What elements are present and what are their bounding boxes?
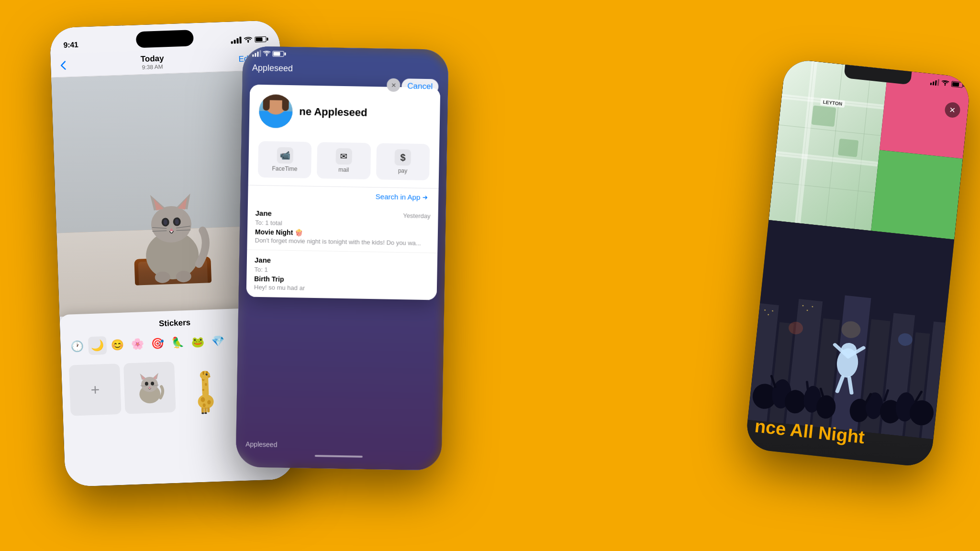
- signal-bars-icon: [231, 37, 241, 44]
- svg-line-52: [773, 182, 875, 192]
- appleseed-bottom-label: Appleseed: [245, 441, 277, 449]
- wifi-icon: [244, 36, 252, 43]
- svg-rect-33: [202, 371, 204, 375]
- facetime-action-button[interactable]: 📹 FaceTime: [258, 141, 312, 178]
- contact-card: ne Appleseed 📹 FaceTime ✉ mail $ pay: [246, 85, 441, 300]
- mail-item-1-header: Jane Yesterday: [255, 209, 430, 220]
- cat-sticker-icon: [133, 371, 167, 405]
- svg-rect-59: [812, 105, 836, 127]
- phone-2-icons: [252, 50, 284, 57]
- search-in-app-text: Search in App: [376, 192, 429, 201]
- collage-map: LEYTON: [768, 58, 888, 231]
- contact-label-top: Appleseed: [252, 63, 293, 74]
- svg-line-50: [779, 125, 880, 135]
- mail-date-1: Yesterday: [403, 212, 431, 220]
- back-button[interactable]: [60, 60, 67, 70]
- mail-label: mail: [338, 166, 349, 173]
- mail-action-icon: ✉: [335, 148, 352, 165]
- phone-2-screen: Appleseed Cancel ✕: [235, 46, 448, 470]
- svg-rect-44: [207, 407, 210, 412]
- sticker-add-button[interactable]: +: [69, 364, 122, 416]
- mail-item-1[interactable]: Jane Yesterday To: 1 total Movie Night 🍿…: [247, 203, 438, 253]
- facetime-label: FaceTime: [272, 165, 297, 172]
- cancel-button[interactable]: Cancel: [401, 78, 438, 94]
- back-chevron-icon: [60, 60, 67, 70]
- giraffe-sticker-icon: [189, 360, 220, 423]
- map-grid-icon: [768, 58, 888, 231]
- phone-2: Appleseed Cancel ✕: [235, 46, 448, 470]
- sticker-tab-target[interactable]: 🎯: [148, 334, 167, 353]
- signal-bars-2-icon: [252, 50, 261, 57]
- phone-1-time: 9:41: [63, 41, 78, 50]
- sticker-tab-smiley[interactable]: 😊: [108, 335, 127, 354]
- sticker-giraffe[interactable]: [178, 360, 231, 424]
- crowd-silhouette-icon: [747, 220, 954, 439]
- wifi-2-icon: [263, 51, 270, 56]
- contact-actions: 📹 FaceTime ✉ mail $ pay: [248, 137, 440, 188]
- pay-action-icon: $: [395, 149, 412, 166]
- mail-sender-2: Jane: [255, 256, 271, 264]
- svg-point-38: [198, 394, 214, 409]
- mail-sender-1: Jane: [255, 209, 271, 218]
- phone-1-status-icons: [231, 36, 266, 44]
- collage-bottom: nce All Night: [745, 220, 954, 468]
- crowd-silhouette: [747, 220, 954, 439]
- pay-action-button[interactable]: $ pay: [376, 143, 430, 180]
- svg-point-32: [200, 371, 210, 380]
- sticker-tab-bird[interactable]: 🦜: [168, 333, 187, 352]
- phone-3: LEYTON ✕: [745, 58, 971, 468]
- nav-title: Today 9:38 AM: [140, 54, 164, 71]
- contact-avatar: [259, 94, 293, 128]
- svg-point-48: [944, 85, 946, 86]
- svg-rect-58: [775, 151, 878, 166]
- sticker-tab-moon[interactable]: 🌙: [88, 336, 107, 355]
- sticker-tab-gem[interactable]: 💎: [209, 332, 227, 351]
- sticker-tab-fancy[interactable]: 🌸: [128, 335, 147, 353]
- signal-bars-3-icon: [930, 78, 939, 86]
- mail-item-2[interactable]: Jane To: 1 Birth Trip Hey! so mu had ar: [246, 250, 438, 300]
- svg-rect-60: [838, 139, 858, 157]
- svg-rect-42: [201, 408, 204, 413]
- svg-rect-43: [204, 408, 207, 413]
- sticker-tab-frog[interactable]: 🐸: [189, 333, 207, 352]
- svg-rect-56: [795, 61, 817, 223]
- pay-label: pay: [398, 167, 408, 174]
- phone-3-screen: LEYTON ✕: [745, 58, 971, 468]
- collage-green: [871, 150, 963, 239]
- svg-rect-45: [201, 412, 204, 414]
- sticker-tab-recent[interactable]: 🕐: [68, 337, 87, 355]
- contact-name: ne Appleseed: [299, 105, 368, 119]
- battery-2-icon: [272, 51, 284, 56]
- facetime-icon: 📹: [277, 147, 293, 164]
- wifi-3-icon: [941, 80, 949, 87]
- mail-recipient-2: To: 1: [254, 266, 429, 276]
- battery-3-icon: [951, 81, 963, 88]
- mail-action-button[interactable]: ✉ mail: [317, 142, 371, 179]
- dynamic-island: [136, 30, 194, 48]
- mail-recipient-1: To: 1 total: [255, 219, 430, 229]
- search-arrow-icon: [422, 194, 429, 200]
- cat-image: [127, 177, 217, 286]
- sticker-cat[interactable]: [123, 362, 176, 414]
- stickers-title: Stickers: [159, 318, 191, 329]
- battery-icon: [255, 36, 266, 43]
- svg-rect-46: [204, 412, 207, 414]
- svg-point-47: [266, 55, 267, 56]
- mail-item-2-header: Jane: [255, 256, 430, 267]
